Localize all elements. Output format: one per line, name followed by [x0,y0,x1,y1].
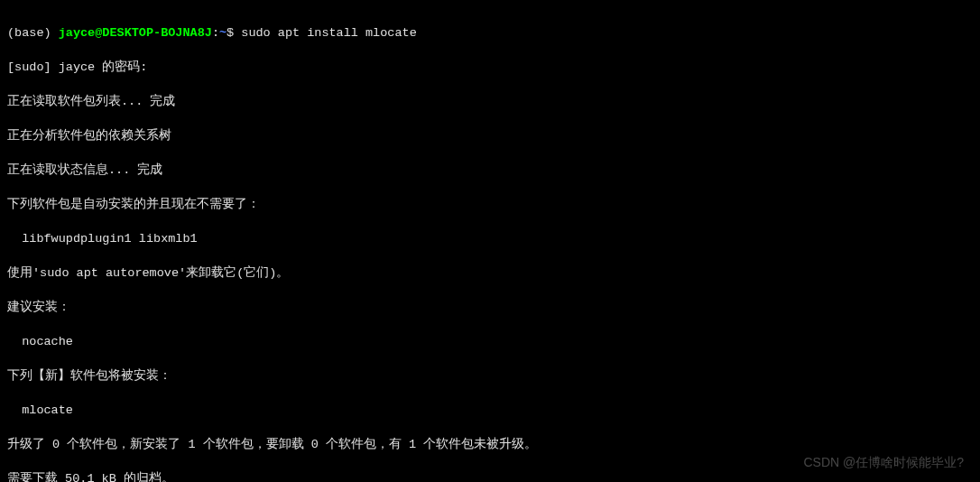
output-line: nocache [7,333,973,350]
output-line: 下列【新】软件包将被安装： [7,367,973,385]
prompt-env: (base) [7,26,59,40]
prompt-line: (base) jayce@DESKTOP-BOJNA8J:~$ sudo apt… [7,24,973,42]
output-line: 正在读取状态信息... 完成 [7,162,973,179]
output-line: 正在读取软件包列表... 完成 [7,93,973,110]
prompt-colon: : [212,26,219,40]
output-line: 使用'sudo apt autoremove'来卸载它(它们)。 [7,264,973,282]
output-line: libfwupdplugin1 libxmlb1 [7,230,973,247]
output-line: 需要下载 50.1 kB 的归档。 [7,470,973,482]
output-line: 下列软件包是自动安装的并且现在不需要了： [7,196,973,213]
prompt-user: jayce [59,26,96,40]
output-line: 建议安装： [7,299,973,316]
terminal-output[interactable]: (base) jayce@DESKTOP-BOJNA8J:~$ sudo apt… [7,7,973,482]
output-line: 正在分析软件包的依赖关系树 [7,127,973,144]
output-line: 升级了 0 个软件包，新安装了 1 个软件包，要卸载 0 个软件包，有 1 个软… [7,436,973,453]
prompt-path: ~ [219,26,227,40]
output-line: [sudo] jayce 的密码: [7,59,973,76]
prompt-host: DESKTOP-BOJNA8J [102,26,212,40]
prompt-symbol: $ [227,26,241,40]
output-line: mlocate [7,402,973,419]
command-text: sudo apt install mlocate [241,26,416,40]
